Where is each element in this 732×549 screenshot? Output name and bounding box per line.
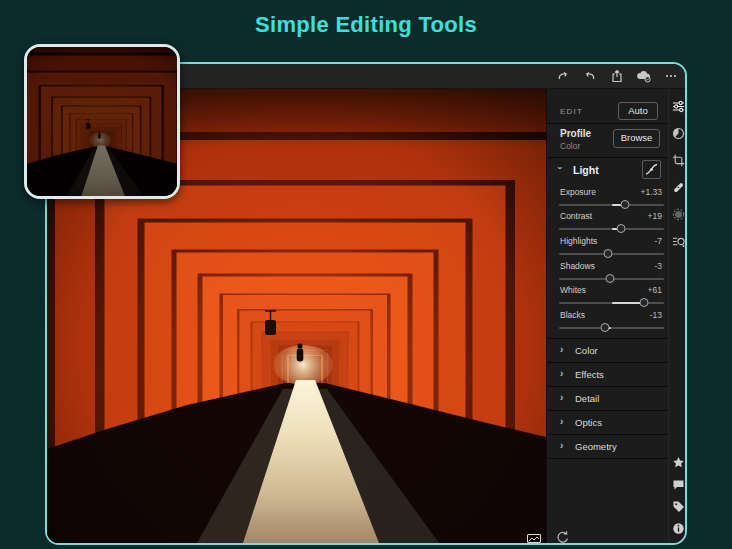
tone-curve-icon[interactable] (642, 160, 661, 179)
section-detail[interactable]: › Detail (547, 386, 668, 410)
chevron-right-icon: › (560, 344, 563, 355)
edit-adjustments-icon[interactable] (671, 99, 685, 113)
edit-panel: EDIT Auto Profile Color Browse › Light E… (546, 89, 668, 543)
slider-value: -7 (654, 236, 662, 246)
section-label: Optics (575, 417, 602, 428)
tool-rail (668, 89, 687, 543)
slider-track[interactable] (559, 274, 664, 283)
before-thumbnail[interactable] (24, 44, 180, 199)
slider-knob[interactable] (617, 224, 626, 233)
section-label: Detail (575, 393, 599, 404)
profile-label: Profile (560, 128, 591, 139)
slider-knob[interactable] (603, 249, 612, 258)
section-color[interactable]: › Color (547, 338, 668, 362)
section-effects[interactable]: › Effects (547, 362, 668, 386)
light-section-label: Light (573, 164, 599, 176)
browse-button[interactable]: Browse (613, 129, 660, 148)
slider-label: Highlights (560, 236, 597, 246)
slider-value: +61 (648, 285, 662, 295)
section-label: Effects (575, 369, 604, 380)
slider-value: +19 (648, 211, 662, 221)
slider-label: Exposure (560, 187, 596, 197)
screenshot-stage: Simple Editing Tools (0, 0, 732, 549)
chevron-down-icon: › (555, 167, 565, 170)
redo-icon[interactable] (555, 68, 571, 84)
chevron-right-icon: › (560, 416, 563, 427)
slider-knob[interactable] (621, 200, 630, 209)
profile-value: Color (560, 141, 580, 151)
slider-exposure: Exposure+1.33 (547, 185, 668, 209)
healing-brush-icon[interactable] (671, 180, 685, 194)
share-icon[interactable] (609, 68, 625, 84)
section-label: Geometry (575, 441, 617, 452)
slider-label: Whites (560, 285, 586, 295)
tag-icon[interactable] (671, 499, 685, 513)
slider-shadows: Shadows-3 (547, 259, 668, 283)
slider-contrast: Contrast+19 (547, 209, 668, 233)
star-icon[interactable] (671, 455, 685, 469)
chevron-right-icon: › (560, 392, 563, 403)
slider-track[interactable] (559, 249, 664, 258)
slider-track[interactable] (559, 323, 664, 332)
crop-icon[interactable] (671, 153, 685, 167)
slider-knob[interactable] (605, 274, 614, 283)
info-icon[interactable] (671, 521, 685, 535)
more-icon[interactable] (663, 68, 679, 84)
slider-track[interactable] (559, 298, 664, 307)
page-title: Simple Editing Tools (0, 12, 732, 38)
chevron-right-icon: › (560, 440, 563, 451)
cloud-sync-icon[interactable] (636, 68, 652, 84)
slider-label: Shadows (560, 261, 595, 271)
slider-value: +1.33 (640, 187, 662, 197)
divider (547, 458, 668, 459)
slider-track[interactable] (559, 200, 664, 209)
section-optics[interactable]: › Optics (547, 410, 668, 434)
chevron-right-icon: › (560, 368, 563, 379)
section-geometry[interactable]: › Geometry (547, 434, 668, 458)
slider-value: -3 (654, 261, 662, 271)
slider-whites: Whites+61 (547, 283, 668, 307)
masking-icon[interactable] (671, 207, 685, 221)
edit-label: EDIT (560, 107, 583, 116)
slider-knob[interactable] (600, 323, 609, 332)
comment-icon[interactable] (671, 477, 685, 491)
slider-blacks: Blacks-13 (547, 308, 668, 332)
undo-icon[interactable] (582, 68, 598, 84)
presets-icon[interactable] (671, 234, 685, 248)
slider-value: -13 (650, 310, 662, 320)
slider-label: Contrast (560, 211, 592, 221)
reset-icon[interactable] (555, 529, 571, 545)
divider (547, 123, 668, 124)
filmstrip-icon[interactable] (526, 533, 542, 543)
slider-track[interactable] (559, 224, 664, 233)
light-section-header[interactable]: › Light (547, 157, 668, 182)
slider-knob[interactable] (639, 298, 648, 307)
slider-highlights: Highlights-7 (547, 234, 668, 258)
section-label: Color (575, 345, 598, 356)
profiles-icon[interactable] (671, 126, 685, 140)
auto-button[interactable]: Auto (618, 102, 658, 120)
slider-label: Blacks (560, 310, 585, 320)
